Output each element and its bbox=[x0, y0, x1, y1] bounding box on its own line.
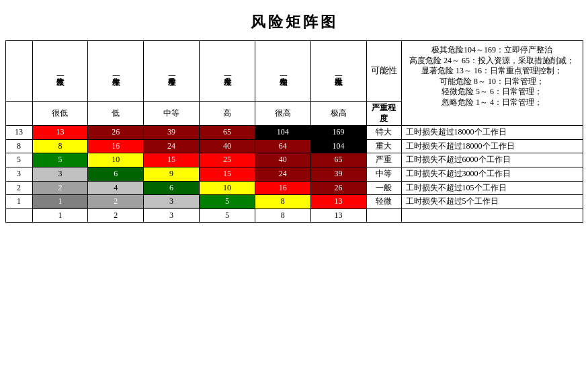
cell-0-1: 26 bbox=[88, 126, 144, 140]
cell-2-5: 65 bbox=[310, 153, 366, 167]
bottom-5: 13 bbox=[310, 208, 366, 223]
severity-5: 轻微 bbox=[366, 195, 401, 209]
desc-1: 工时损失不超过18000个工作日 bbox=[401, 139, 583, 153]
cell-0-4: 104 bbox=[255, 126, 310, 140]
cell-3-5: 39 bbox=[310, 167, 366, 181]
row-label-5: 1 bbox=[5, 195, 32, 209]
col-header-2: 每年发生一次 bbox=[88, 41, 144, 102]
legend-line-1: 极其危险104～169：立即停产整治 bbox=[404, 45, 581, 56]
likelihood-header: 可能性 bbox=[366, 41, 401, 102]
data-row-4: 2 2 4 6 10 16 26 一般 工时损失不超过105个工作日 bbox=[5, 181, 583, 195]
legend-line-2: 高度危险 24～ 65：投入资源，采取措施削减； bbox=[404, 56, 581, 67]
cell-5-4: 8 bbox=[255, 195, 310, 209]
cell-4-5: 26 bbox=[310, 181, 366, 195]
bottom-3: 5 bbox=[199, 208, 255, 223]
bottom-empty3 bbox=[401, 208, 583, 223]
level-high: 高 bbox=[199, 102, 255, 126]
bottom-2: 3 bbox=[144, 208, 200, 223]
cell-0-0: 13 bbox=[32, 126, 88, 140]
row-label-1: 8 bbox=[5, 139, 32, 153]
cell-2-2: 15 bbox=[144, 153, 200, 167]
data-row-5: 1 1 2 3 5 8 13 轻微 工时损失不超过5个工作日 bbox=[5, 195, 583, 209]
bottom-4: 8 bbox=[255, 208, 310, 223]
row-label-3: 3 bbox=[5, 167, 32, 181]
cell-1-2: 24 bbox=[144, 139, 200, 153]
col-header-4: 每月发生一次 bbox=[199, 41, 255, 102]
level-extreme: 极高 bbox=[310, 102, 366, 126]
level-medium: 中等 bbox=[144, 102, 200, 126]
data-row-2: 5 5 10 15 25 40 65 严重 工时损失不超过6000个工作日 bbox=[5, 153, 583, 167]
cell-5-2: 3 bbox=[144, 195, 200, 209]
desc-3: 工时损失不超过3000个工作日 bbox=[401, 167, 583, 181]
severity-header: 严重程度 bbox=[366, 102, 401, 126]
cell-2-0: 5 bbox=[32, 153, 88, 167]
row-label-4: 2 bbox=[5, 181, 32, 195]
bottom-empty bbox=[5, 208, 32, 223]
data-row-3: 3 3 6 9 15 24 39 中等 工时损失不超过3000个工作日 bbox=[5, 167, 583, 181]
risk-matrix-table: 数年发生一次 每年发生一次 每季发生一次 每月发生一次 每旬发生一次 每天发生一… bbox=[5, 40, 583, 223]
legend-line-6: 忽略危险 1～ 4：日常管理； bbox=[404, 98, 581, 108]
severity-1: 重大 bbox=[366, 139, 401, 153]
level-very-low: 很低 bbox=[32, 102, 88, 126]
bottom-1: 2 bbox=[88, 208, 144, 223]
desc-4: 工时损失不超过105个工作日 bbox=[401, 181, 583, 195]
bottom-empty2 bbox=[366, 208, 401, 223]
data-row-1: 8 8 16 24 40 64 104 重大 工时损失不超过18000个工作日 bbox=[5, 139, 583, 153]
cell-5-3: 5 bbox=[199, 195, 255, 209]
level-very-high: 很高 bbox=[255, 102, 310, 126]
cell-1-4: 64 bbox=[255, 139, 310, 153]
row-label-0: 13 bbox=[5, 126, 32, 140]
cell-4-1: 4 bbox=[88, 181, 144, 195]
cell-1-3: 40 bbox=[199, 139, 255, 153]
cell-3-1: 6 bbox=[88, 167, 144, 181]
empty-label bbox=[5, 102, 32, 126]
cell-2-1: 10 bbox=[88, 153, 144, 167]
bottom-row: 1 2 3 5 8 13 bbox=[5, 208, 583, 223]
cell-5-0: 1 bbox=[32, 195, 88, 209]
page-title: 风险矩阵图 bbox=[0, 0, 588, 40]
bottom-0: 1 bbox=[32, 208, 88, 223]
cell-2-3: 25 bbox=[199, 153, 255, 167]
col-header-3: 每季发生一次 bbox=[144, 41, 200, 102]
cell-4-2: 6 bbox=[144, 181, 200, 195]
cell-4-4: 16 bbox=[255, 181, 310, 195]
cell-4-0: 2 bbox=[32, 181, 88, 195]
cell-2-4: 40 bbox=[255, 153, 310, 167]
desc-0: 工时损失超过18000个工作日 bbox=[401, 126, 583, 140]
data-row-0: 13 13 26 39 65 104 169 特大 工时损失超过18000个工作… bbox=[5, 126, 583, 140]
legend-line-4: 可能危险 8～ 10：日常管理； bbox=[404, 77, 581, 87]
col-header-1: 数年发生一次 bbox=[32, 41, 88, 102]
col-header-5: 每旬发生一次 bbox=[255, 41, 310, 102]
severity-4: 一般 bbox=[366, 181, 401, 195]
cell-1-5: 104 bbox=[310, 139, 366, 153]
cell-3-4: 24 bbox=[255, 167, 310, 181]
severity-2: 严重 bbox=[366, 153, 401, 167]
cell-0-2: 39 bbox=[144, 126, 200, 140]
legend-cell: 极其危险104～169：立即停产整治 高度危险 24～ 65：投入资源，采取措施… bbox=[401, 41, 583, 126]
desc-5: 工时损失不超过5个工作日 bbox=[401, 195, 583, 209]
legend-line-3: 显著危险 13～ 16：日常重点管理控制； bbox=[404, 66, 581, 77]
cell-0-5: 169 bbox=[310, 126, 366, 140]
cell-5-5: 13 bbox=[310, 195, 366, 209]
cell-3-0: 3 bbox=[32, 167, 88, 181]
empty-corner bbox=[5, 41, 32, 102]
desc-2: 工时损失不超过6000个工作日 bbox=[401, 153, 583, 167]
cell-5-1: 2 bbox=[88, 195, 144, 209]
col-header-6: 每天发生一次以上 bbox=[310, 41, 366, 102]
cell-3-2: 9 bbox=[144, 167, 200, 181]
header-row: 数年发生一次 每年发生一次 每季发生一次 每月发生一次 每旬发生一次 每天发生一… bbox=[5, 41, 583, 102]
cell-1-1: 16 bbox=[88, 139, 144, 153]
cell-0-3: 65 bbox=[199, 126, 255, 140]
cell-1-0: 8 bbox=[32, 139, 88, 153]
cell-3-3: 15 bbox=[199, 167, 255, 181]
severity-3: 中等 bbox=[366, 167, 401, 181]
row-label-2: 5 bbox=[5, 153, 32, 167]
legend-line-5: 轻微危险 5～ 6：日常管理； bbox=[404, 87, 581, 98]
level-low: 低 bbox=[88, 102, 144, 126]
severity-0: 特大 bbox=[366, 126, 401, 140]
cell-4-3: 10 bbox=[199, 181, 255, 195]
